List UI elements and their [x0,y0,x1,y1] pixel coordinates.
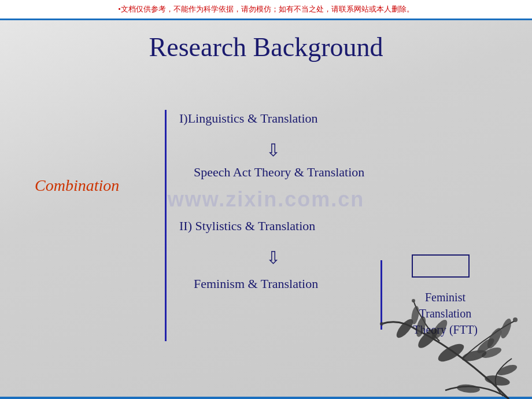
ftt-box [412,254,470,278]
plant-decoration [289,295,532,399]
svg-point-14 [484,374,511,387]
slide-title: Research Background [0,32,532,62]
svg-point-13 [380,322,383,326]
arrow-down-1: ⇩ [266,140,280,160]
speech-act-item: Speech Act Theory & Translation [194,165,364,180]
warning-text: •文档仅供参考，不能作为科学依据，请勿模仿；如有不当之处，请联系网站或本人删除。 [118,5,414,13]
warning-banner: •文档仅供参考，不能作为科学依据，请勿模仿；如有不当之处，请联系网站或本人删除。 [0,0,532,20]
svg-point-12 [412,299,415,302]
linguistics-item: I)Linguistics & Translation [179,111,318,126]
svg-point-16 [496,363,519,377]
svg-point-11 [513,317,518,322]
svg-point-15 [456,383,480,393]
svg-point-0 [435,341,466,365]
arrow-down-2: ⇩ [266,247,280,268]
combination-label: Combination [35,176,119,195]
slide: •文档仅供参考，不能作为科学依据，请勿模仿；如有不当之处，请联系网站或本人删除。… [0,0,532,399]
stylistics-item: II) Stylistics & Translation [179,219,315,234]
feminism-item: Feminism & Translation [194,276,318,291]
left-bracket [165,110,167,341]
